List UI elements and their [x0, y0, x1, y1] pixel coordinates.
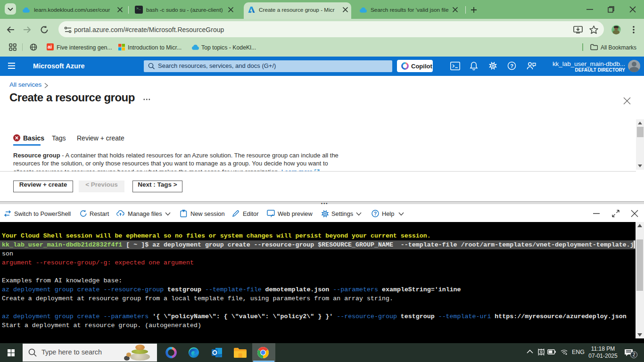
svg-text:?: ? — [374, 211, 377, 216]
svg-text:?: ? — [510, 63, 513, 69]
